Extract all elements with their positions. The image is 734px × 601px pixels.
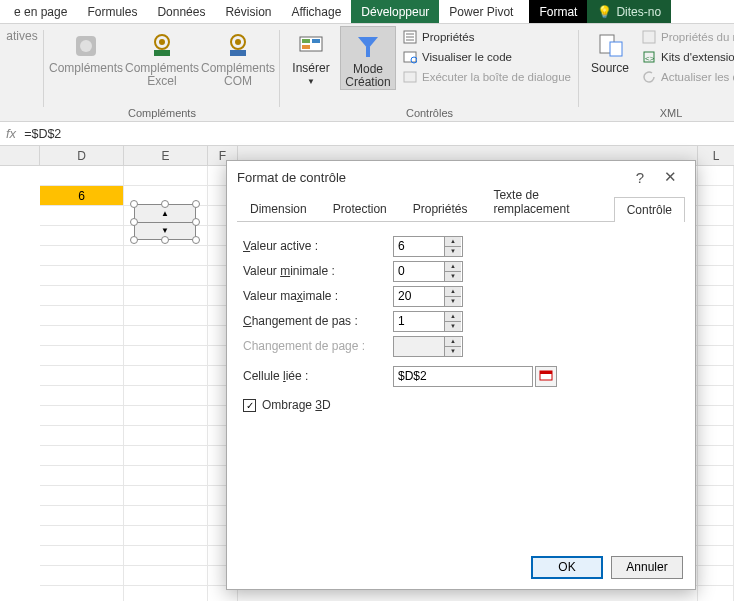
group-controles-label: Contrôles xyxy=(286,107,573,120)
tab-donnees[interactable]: Données xyxy=(147,0,215,23)
dialog-title: Format de contrôle xyxy=(237,170,346,185)
input-valeur-min[interactable] xyxy=(394,262,444,281)
kits-extension-button[interactable]: <> Kits d'extension xyxy=(639,48,734,66)
lbl-valeur-max: Valeur maximale : xyxy=(243,289,393,303)
tab-formules[interactable]: Formules xyxy=(77,0,147,23)
natives-button[interactable]: atives xyxy=(6,26,38,43)
svg-rect-10 xyxy=(312,39,320,43)
actualiser-button: Actualiser les don xyxy=(639,68,734,86)
dlg-tab-dimension[interactable]: Dimension xyxy=(237,196,320,221)
input-chg-page xyxy=(394,337,444,356)
complements-button[interactable]: Compléments xyxy=(50,26,122,75)
mode-creation-button[interactable]: Mode Création xyxy=(340,26,396,90)
xml-source-icon xyxy=(594,30,626,62)
executer-dialog-button: Exécuter la boîte de dialogue xyxy=(400,68,573,86)
addins-icon xyxy=(70,30,102,62)
properties-icon xyxy=(402,29,418,45)
fx-icon: fx xyxy=(6,126,16,141)
proprietes-button[interactable]: Propriétés xyxy=(400,28,573,46)
svg-rect-23 xyxy=(643,31,655,43)
bulb-icon: 💡 xyxy=(597,5,612,19)
annuler-button[interactable]: Annuler xyxy=(611,556,683,579)
svg-rect-9 xyxy=(302,39,310,43)
spin-valeur-min[interactable]: ▲▼ xyxy=(444,262,461,281)
col-header[interactable]: L xyxy=(698,146,734,165)
dialog-tabs: Dimension Protection Propriétés Texte de… xyxy=(227,193,695,221)
spin-chg-page: ▲▼ xyxy=(444,337,461,356)
dlg-tab-texte[interactable]: Texte de remplacement xyxy=(480,182,613,221)
svg-rect-13 xyxy=(366,47,370,57)
formula-input[interactable] xyxy=(22,126,728,142)
formula-bar: fx xyxy=(0,122,734,146)
view-code-icon xyxy=(402,49,418,65)
svg-point-3 xyxy=(159,39,165,45)
ribbon: atives Compléments Compléments Excel Com… xyxy=(0,24,734,122)
inserer-button[interactable]: Insérer▼ xyxy=(286,26,336,88)
svg-rect-20 xyxy=(404,72,416,82)
svg-rect-27 xyxy=(540,371,552,374)
input-valeur-max[interactable] xyxy=(394,287,444,306)
tab-tell-me[interactable]: 💡Dites-no xyxy=(587,0,671,23)
dialog-help-button[interactable]: ? xyxy=(625,169,655,186)
svg-text:<>: <> xyxy=(645,54,655,63)
spin-valeur-max[interactable]: ▲▼ xyxy=(444,287,461,306)
map-properties-button: Propriétés du map xyxy=(639,28,734,46)
input-chg-pas[interactable] xyxy=(394,312,444,331)
lbl-valeur-min: Valeur minimale : xyxy=(243,264,393,278)
group-xml-label: XML xyxy=(585,107,734,120)
form-spinner-control[interactable]: ▲ ▼ xyxy=(134,204,196,240)
cell-d2[interactable]: 6 xyxy=(40,186,124,206)
dlg-tab-protection[interactable]: Protection xyxy=(320,196,400,221)
ext-kits-icon: <> xyxy=(641,49,657,65)
col-header[interactable]: D xyxy=(40,146,124,165)
group-complements-label: Compléments xyxy=(50,107,274,120)
design-mode-icon xyxy=(352,31,384,63)
lbl-chg-pas: Changement de pas : xyxy=(243,314,393,328)
range-picker-icon xyxy=(539,369,553,383)
ok-button[interactable]: OK xyxy=(531,556,603,579)
input-valeur-active[interactable] xyxy=(394,237,444,256)
spin-chg-pas[interactable]: ▲▼ xyxy=(444,312,461,331)
svg-point-1 xyxy=(80,40,92,52)
map-props-icon xyxy=(641,29,657,45)
visualiser-code-button[interactable]: Visualiser le code xyxy=(400,48,573,66)
complements-com-button[interactable]: Compléments COM xyxy=(202,26,274,88)
format-control-dialog: Format de contrôle ? ✕ Dimension Protect… xyxy=(226,160,696,590)
range-picker-button[interactable] xyxy=(535,366,557,387)
svg-rect-22 xyxy=(610,42,622,56)
input-cell-liee[interactable] xyxy=(393,366,533,387)
lbl-valeur-active: VValeur active :aleur active : xyxy=(243,239,393,253)
svg-rect-4 xyxy=(154,50,170,56)
tab-mise-en-page[interactable]: e en page xyxy=(4,0,77,23)
run-dialog-icon xyxy=(402,69,418,85)
lbl-chg-page: Changement de page : xyxy=(243,339,393,353)
tab-developpeur[interactable]: Développeur xyxy=(351,0,439,23)
ribbon-tabs: e en page Formules Données Révision Affi… xyxy=(0,0,734,24)
tab-revision[interactable]: Révision xyxy=(215,0,281,23)
source-button[interactable]: Source xyxy=(585,26,635,75)
svg-point-6 xyxy=(235,39,241,45)
excel-addins-icon xyxy=(146,30,178,62)
col-header[interactable]: E xyxy=(124,146,208,165)
dlg-tab-proprietes[interactable]: Propriétés xyxy=(400,196,481,221)
lbl-cell-liee: Cellule liée : xyxy=(243,369,393,383)
dialog-close-button[interactable]: ✕ xyxy=(655,168,685,186)
checkmark-icon: ✓ xyxy=(243,399,256,412)
tab-affichage[interactable]: Affichage xyxy=(281,0,351,23)
svg-rect-11 xyxy=(302,45,310,49)
com-addins-icon xyxy=(222,30,254,62)
tab-power-pivot[interactable]: Power Pivot xyxy=(439,0,523,23)
tab-format[interactable]: Format xyxy=(529,0,587,23)
svg-rect-7 xyxy=(230,50,246,56)
spin-valeur-active[interactable]: ▲▼ xyxy=(444,237,461,256)
complements-excel-button[interactable]: Compléments Excel xyxy=(126,26,198,88)
insert-control-icon xyxy=(295,30,327,62)
dlg-tab-controle[interactable]: Contrôle xyxy=(614,197,685,222)
checkbox-ombrage-3d[interactable]: ✓ Ombrage 3D xyxy=(243,398,679,412)
refresh-icon xyxy=(641,69,657,85)
